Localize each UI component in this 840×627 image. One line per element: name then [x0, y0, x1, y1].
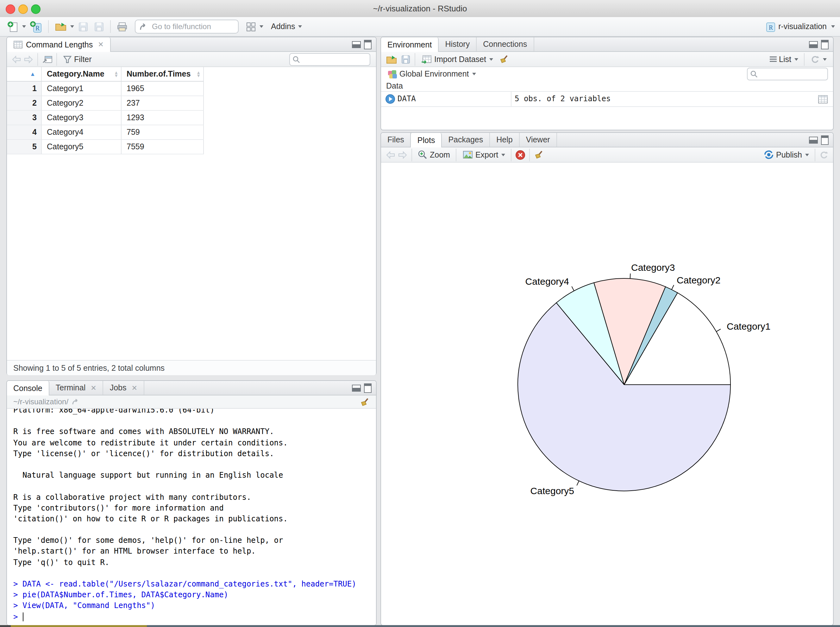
new-file-dropdown-caret[interactable]: [22, 25, 26, 28]
list-icon: [769, 56, 777, 63]
maximize-pane-icon[interactable]: [821, 135, 829, 145]
close-tab-icon[interactable]: ✕: [132, 384, 137, 391]
refresh-environment-button[interactable]: [808, 54, 829, 65]
table-row[interactable]: 5 Category5 7559: [7, 140, 204, 154]
toolbar-separator: [411, 148, 412, 161]
print-button[interactable]: [115, 20, 130, 33]
environment-search-input[interactable]: [759, 69, 819, 79]
console-output[interactable]: Platform: x86_64-apple-darwin15.6.0 (64-…: [7, 409, 376, 624]
maximize-pane-icon[interactable]: [364, 383, 371, 392]
table-row[interactable]: 1 Category1 1965: [7, 82, 204, 96]
column-header-times[interactable]: Number.of.Times▲▼: [122, 67, 204, 82]
toolbar-separator: [110, 20, 111, 33]
close-tab-icon[interactable]: ✕: [98, 41, 104, 48]
new-project-icon: R: [30, 20, 43, 33]
load-workspace-icon[interactable]: [385, 54, 398, 64]
export-plot-button[interactable]: Export: [460, 149, 507, 161]
save-button[interactable]: [76, 20, 90, 33]
open-folder-icon: [54, 21, 67, 32]
maximize-pane-icon[interactable]: [364, 39, 371, 49]
new-file-button[interactable]: [5, 19, 28, 34]
environment-object-row[interactable]: DATA 5 obs. of 2 variables: [381, 92, 833, 107]
cell-category-name: Category3: [42, 111, 122, 125]
cell-number-of-times: 237: [122, 96, 204, 111]
save-workspace-icon[interactable]: [401, 54, 411, 64]
addins-button[interactable]: Addins: [269, 21, 304, 32]
open-file-button[interactable]: [52, 20, 76, 33]
pie-label-category5: Category5: [531, 485, 574, 496]
tab-terminal[interactable]: Terminal✕: [49, 381, 104, 395]
open-in-new-window-icon[interactable]: [42, 54, 52, 64]
expand-object-icon[interactable]: [385, 94, 395, 104]
tab-command-lengths[interactable]: Command Lengths ✕: [7, 37, 111, 52]
environment-search[interactable]: [747, 68, 828, 80]
toolbar-separator: [48, 20, 49, 33]
table-row[interactable]: 2 Category2 237: [7, 96, 204, 111]
print-icon: [117, 21, 128, 32]
minimize-pane-icon[interactable]: [352, 41, 361, 48]
environment-scope-button[interactable]: Global Environment: [385, 68, 478, 80]
console-command: > DATA <- read.table("/Users/lsalazar/co…: [13, 580, 376, 590]
publish-plot-button[interactable]: Publish: [761, 149, 811, 161]
tab-viewer[interactable]: Viewer: [520, 133, 557, 147]
table-row[interactable]: 4 Category4 759: [7, 125, 204, 140]
tab-help[interactable]: Help: [490, 133, 519, 147]
minimize-pane-icon[interactable]: [809, 41, 818, 48]
tab-packages[interactable]: Packages: [442, 133, 490, 147]
goto-directory-icon[interactable]: [71, 398, 81, 405]
zoom-plot-button[interactable]: Zoom: [416, 149, 452, 161]
minimize-pane-icon[interactable]: [352, 384, 361, 391]
import-dataset-button[interactable]: Import Dataset: [419, 53, 495, 65]
pie-label-category1: Category1: [727, 321, 771, 332]
goto-input[interactable]: [151, 22, 223, 32]
console-prompt[interactable]: >: [13, 612, 376, 623]
project-menu-button[interactable]: R r-visualization: [766, 21, 835, 32]
new-project-button[interactable]: R: [28, 19, 44, 34]
back-icon[interactable]: [11, 55, 22, 64]
goto-file-function-box[interactable]: [135, 20, 238, 33]
clear-environment-broom-icon[interactable]: [499, 54, 509, 64]
tab-connections[interactable]: Connections: [477, 37, 534, 51]
tab-jobs[interactable]: Jobs✕: [104, 381, 144, 395]
data-viewer-search[interactable]: [289, 53, 370, 66]
column-header-name[interactable]: Category.Name▲▼: [42, 67, 122, 82]
title-bar: ~/r-visualization - RStudio: [0, 0, 840, 18]
pie-label-category2: Category2: [677, 275, 720, 285]
save-all-button[interactable]: [90, 20, 106, 33]
open-file-dropdown-caret[interactable]: [70, 25, 74, 28]
previous-plot-icon[interactable]: [385, 150, 396, 159]
filter-button[interactable]: Filter: [61, 54, 94, 65]
pane-layout-button[interactable]: [244, 20, 265, 33]
table-row[interactable]: 3 Category3 1293: [7, 111, 204, 125]
console-line: [13, 569, 376, 580]
rownum-header[interactable]: ▲: [7, 67, 42, 82]
minimize-pane-icon[interactable]: [809, 136, 818, 143]
tab-environment[interactable]: Environment: [381, 37, 439, 52]
refresh-icon: [810, 55, 820, 64]
console-line: [13, 482, 376, 493]
tab-plots[interactable]: Plots: [411, 133, 442, 147]
remove-plot-icon[interactable]: [515, 150, 526, 160]
tab-console[interactable]: Console: [7, 381, 49, 395]
environment-scope-row: Global Environment: [381, 67, 833, 81]
data-viewer-search-input[interactable]: [302, 55, 362, 64]
view-data-grid-icon[interactable]: [818, 95, 828, 104]
row-number: 2: [7, 96, 42, 111]
column-separator: [511, 92, 512, 106]
list-view-button[interactable]: List: [767, 54, 800, 65]
cell-category-name: Category2: [42, 96, 122, 111]
maximize-pane-icon[interactable]: [821, 39, 829, 49]
refresh-caret: [823, 58, 827, 60]
forward-icon[interactable]: [24, 55, 33, 64]
close-tab-icon[interactable]: ✕: [90, 384, 96, 391]
refresh-plot-icon[interactable]: [819, 150, 829, 159]
pane-layout-caret[interactable]: [259, 25, 263, 28]
tab-files[interactable]: Files: [381, 133, 411, 147]
table-header-row: ▲ Category.Name▲▼ Number.of.Times▲▼: [7, 67, 204, 82]
clear-plots-broom-icon[interactable]: [534, 150, 544, 159]
tab-history[interactable]: History: [439, 37, 477, 51]
next-plot-icon[interactable]: [398, 150, 407, 159]
sort-icons: ▲▼: [114, 71, 118, 77]
clear-console-broom-icon[interactable]: [360, 397, 369, 406]
console-line: 'citation()' on how to cite R or R packa…: [13, 514, 376, 525]
